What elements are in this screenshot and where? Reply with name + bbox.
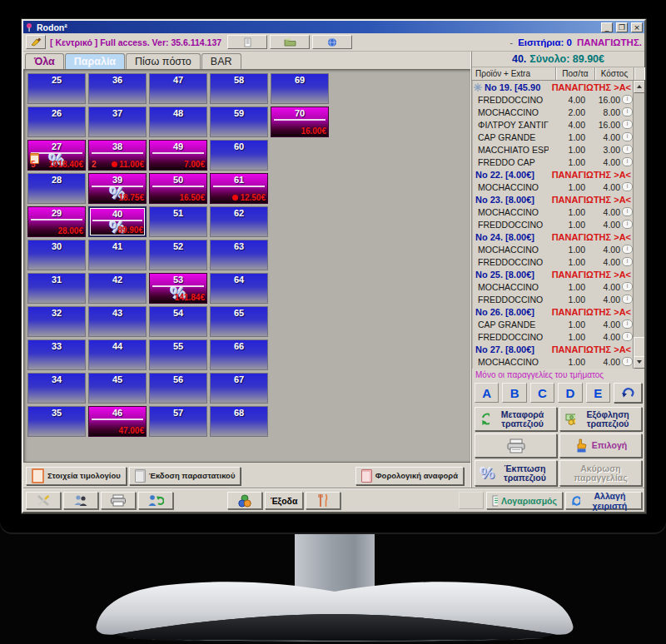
tab-4[interactable]: BAR bbox=[201, 53, 241, 69]
info-pill-icon[interactable]: i bbox=[622, 295, 633, 304]
info-pill-icon[interactable]: i bbox=[622, 220, 633, 229]
spacer-button[interactable] bbox=[459, 492, 484, 509]
undo-button[interactable] bbox=[614, 383, 642, 403]
info-pill-icon[interactable]: i bbox=[622, 157, 633, 166]
scroll-thumb[interactable] bbox=[634, 337, 644, 357]
letter-button-D[interactable]: D bbox=[558, 383, 582, 403]
change-operator-button[interactable]: Αλλαγή χειριστή bbox=[565, 492, 642, 509]
table-43[interactable]: 43 bbox=[88, 306, 147, 337]
order-scrollbar[interactable] bbox=[633, 81, 644, 369]
cash-button[interactable] bbox=[227, 492, 262, 509]
info-pill-icon[interactable]: i bbox=[622, 107, 633, 116]
print-button[interactable] bbox=[101, 492, 136, 509]
scroll-down-button[interactable] bbox=[634, 356, 644, 369]
table-45[interactable]: 45 bbox=[88, 373, 147, 404]
table-68[interactable]: 68 bbox=[210, 406, 268, 437]
close-button[interactable]: × bbox=[631, 22, 643, 32]
letter-button-C[interactable]: C bbox=[530, 383, 554, 403]
table-64[interactable]: 64 bbox=[210, 273, 268, 304]
tab-2[interactable]: Παραλία bbox=[65, 53, 125, 69]
transfer-table-button[interactable]: Μεταφορά τραπεζιού bbox=[475, 407, 557, 431]
expenses-button[interactable]: Έξοδα bbox=[265, 492, 303, 509]
table-65[interactable]: 65 bbox=[210, 306, 268, 337]
table-29[interactable]: 2928.00€ bbox=[27, 206, 86, 237]
table-52[interactable]: 52 bbox=[149, 240, 207, 270]
table-50[interactable]: 5016.50€ bbox=[149, 173, 207, 204]
table-51[interactable]: 51 bbox=[149, 206, 207, 237]
table-32[interactable]: 32 bbox=[27, 306, 86, 337]
info-pill-icon[interactable]: i bbox=[622, 95, 633, 104]
letter-button-E[interactable]: E bbox=[586, 383, 610, 403]
table-38[interactable]: 3811.00€2 bbox=[88, 140, 147, 171]
account-button[interactable]: Λογαριασμός bbox=[486, 492, 563, 509]
tax-report-button[interactable]: Φορολογική αναφορά bbox=[355, 467, 464, 485]
info-pill-icon[interactable]: i bbox=[622, 182, 633, 191]
table-44[interactable]: 44 bbox=[88, 339, 147, 370]
table-69[interactable]: 69 bbox=[271, 73, 329, 104]
table-70[interactable]: 7016.00€ bbox=[271, 107, 329, 137]
table-37[interactable]: 37 bbox=[88, 107, 147, 137]
change-user-button[interactable] bbox=[138, 492, 173, 509]
tab-3[interactable]: Πίσω πόστο bbox=[126, 53, 201, 69]
issue-document-button[interactable]: Έκδοση παραστατικού bbox=[129, 467, 241, 485]
scroll-up-button[interactable] bbox=[634, 81, 644, 93]
table-35[interactable]: 35 bbox=[27, 406, 86, 437]
info-pill-icon[interactable]: i bbox=[622, 282, 633, 291]
table-63[interactable]: 63 bbox=[210, 240, 268, 270]
table-61[interactable]: 6112.50€ bbox=[210, 173, 268, 204]
table-60[interactable]: 60 bbox=[210, 140, 268, 171]
table-27[interactable]: 27%1018.40€5 bbox=[27, 140, 86, 171]
letter-button-B[interactable]: B bbox=[502, 383, 526, 403]
table-53[interactable]: 53%141.84€ bbox=[149, 273, 207, 304]
table-28[interactable]: 28 bbox=[27, 173, 86, 204]
info-pill-icon[interactable]: i bbox=[622, 207, 633, 216]
table-55[interactable]: 55 bbox=[149, 339, 207, 370]
print-order-button[interactable] bbox=[475, 433, 557, 458]
table-62[interactable]: 62 bbox=[210, 206, 268, 237]
table-56[interactable]: 56 bbox=[149, 373, 207, 404]
table-34[interactable]: 34 bbox=[27, 373, 86, 404]
staff-button[interactable] bbox=[63, 492, 98, 509]
tab-1[interactable]: Όλα bbox=[25, 53, 64, 69]
info-pill-icon[interactable]: i bbox=[622, 145, 633, 154]
table-40[interactable]: 40%89.90€ bbox=[88, 206, 147, 237]
invoice-details-button[interactable]: Στοιχεία τιμολογίου bbox=[26, 467, 127, 485]
paint-tool-button[interactable] bbox=[26, 35, 46, 49]
info-pill-icon[interactable]: i bbox=[622, 320, 633, 329]
table-26[interactable]: 26 bbox=[27, 107, 86, 137]
info-pill-icon[interactable]: i bbox=[622, 132, 633, 141]
receipt-button[interactable] bbox=[227, 35, 267, 49]
info-pill-icon[interactable]: i bbox=[622, 357, 633, 366]
table-39[interactable]: 39%18.75€ bbox=[88, 173, 147, 204]
table-66[interactable]: 66 bbox=[210, 339, 268, 370]
table-30[interactable]: 30 bbox=[27, 240, 86, 270]
discount-table-button[interactable]: % Έκπτωση τραπεζιού bbox=[475, 460, 557, 486]
table-42[interactable]: 42 bbox=[88, 273, 147, 304]
table-48[interactable]: 48 bbox=[149, 107, 207, 137]
table-49[interactable]: 497.00€ bbox=[149, 140, 207, 171]
info-pill-icon[interactable]: i bbox=[622, 332, 633, 341]
network-button[interactable] bbox=[312, 35, 352, 49]
table-46[interactable]: 4647.00€ bbox=[88, 406, 147, 437]
table-57[interactable]: 57 bbox=[149, 406, 207, 437]
table-58[interactable]: 58 bbox=[210, 73, 268, 104]
select-button[interactable]: Επιλογή bbox=[559, 433, 642, 458]
info-pill-icon[interactable]: i bbox=[622, 245, 633, 254]
restaurant-button[interactable] bbox=[306, 492, 340, 509]
restore-button[interactable]: ❐ bbox=[616, 22, 628, 32]
table-25[interactable]: 25 bbox=[27, 73, 86, 104]
drawer-button[interactable] bbox=[270, 35, 310, 49]
settings-button[interactable] bbox=[26, 492, 61, 509]
cancel-order-button[interactable]: Ακύρωση παραγγελίας bbox=[559, 460, 642, 486]
table-67[interactable]: 67 bbox=[210, 373, 268, 404]
minimize-button[interactable]: _ bbox=[601, 22, 613, 32]
table-36[interactable]: 36 bbox=[88, 73, 147, 104]
table-33[interactable]: 33 bbox=[27, 339, 86, 370]
table-47[interactable]: 47 bbox=[149, 73, 207, 104]
table-59[interactable]: 59 bbox=[210, 107, 268, 137]
table-41[interactable]: 41 bbox=[88, 240, 147, 270]
table-54[interactable]: 54 bbox=[149, 306, 207, 337]
pay-table-button[interactable]: Εξόφληση τραπεζιού bbox=[559, 407, 642, 431]
letter-button-A[interactable]: A bbox=[475, 383, 499, 403]
info-pill-icon[interactable]: i bbox=[622, 257, 633, 266]
